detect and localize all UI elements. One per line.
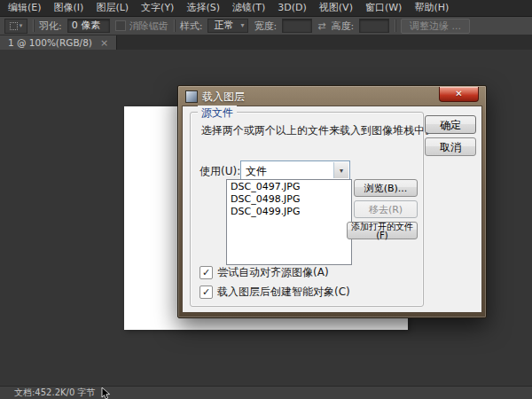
group-title: 源文件 — [198, 106, 237, 121]
antialias-label: 消除锯齿 — [129, 20, 168, 33]
close-icon: ✕ — [455, 90, 462, 98]
separator — [33, 20, 34, 32]
auto-align-checkbox-row[interactable]: ✓ 尝试自动对齐源图像(A) — [200, 265, 329, 280]
marquee-glyph-icon — [10, 22, 18, 30]
width-input[interactable] — [282, 19, 312, 33]
smart-object-checkbox-row[interactable]: ✓ 载入图层后创建智能对象(C) — [200, 285, 350, 300]
menu-item-edit[interactable]: 编辑(E) — [2, 0, 48, 16]
file-list-item[interactable]: DSC_0498.JPG — [227, 193, 351, 206]
options-bar: ▾ 羽化: 0 像素 消除锯齿 样式: 正常 ▾ 宽度: ⇄ 高度: 调整边缘 … — [0, 17, 532, 35]
height-input[interactable] — [359, 19, 389, 33]
menu-item-3d[interactable]: 3D(D) — [271, 0, 313, 16]
swap-dimensions-icon[interactable]: ⇄ — [317, 20, 325, 32]
dialog-title: 载入图层 — [202, 90, 245, 105]
antialias-checkbox: 消除锯齿 — [115, 20, 168, 33]
dialog-titlebar[interactable]: 载入图层 ✕ — [178, 86, 486, 106]
load-layers-dialog: 载入图层 ✕ 确定 取消 源文件 选择两个或两个以上的文件来载入到图像堆栈中。 … — [177, 85, 487, 318]
remove-button[interactable]: 移去(R) — [354, 200, 418, 218]
document-size-status: 文档:452.2K/0 字节 — [14, 387, 95, 399]
use-label: 使用(U): — [200, 164, 240, 179]
style-value: 正常 — [214, 20, 233, 32]
add-open-files-button[interactable]: 添加打开的文件(F) — [347, 222, 418, 239]
tab-strip: 1 @ 100%(RGB/8) × — [0, 35, 532, 50]
tool-preset-icon[interactable]: ▾ — [4, 19, 27, 34]
separator — [395, 20, 395, 32]
file-list[interactable]: DSC_0497.JPG DSC_0498.JPG DSC_0499.JPG — [226, 179, 352, 265]
menu-item-image[interactable]: 图像(I) — [48, 0, 90, 16]
use-dropdown-value: 文件 — [246, 164, 267, 179]
checkbox-icon — [115, 20, 126, 31]
dialog-icon — [185, 90, 198, 103]
feather-label: 羽化: — [39, 20, 62, 33]
style-dropdown[interactable]: 正常 ▾ — [207, 19, 248, 33]
source-files-group: 源文件 选择两个或两个以上的文件来载入到图像堆栈中。 使用(U): 文件 ▾ D… — [190, 112, 424, 307]
group-description: 选择两个或两个以上的文件来载入到图像堆栈中。 — [201, 123, 435, 138]
auto-align-checkbox[interactable]: ✓ — [200, 266, 213, 279]
menu-item-select[interactable]: 选择(S) — [180, 0, 226, 16]
tab-close-icon[interactable]: × — [100, 38, 108, 48]
style-label: 样式: — [180, 20, 203, 33]
auto-align-label: 尝试自动对齐源图像(A) — [217, 265, 329, 280]
menu-item-filter[interactable]: 滤镜(T) — [226, 0, 271, 16]
menu-item-type[interactable]: 文字(Y) — [135, 0, 180, 16]
width-label: 宽度: — [254, 20, 277, 33]
smart-object-checkbox[interactable]: ✓ — [200, 286, 213, 299]
dialog-body: 确定 取消 源文件 选择两个或两个以上的文件来载入到图像堆栈中。 使用(U): … — [182, 106, 482, 313]
file-list-item[interactable]: DSC_0497.JPG — [227, 181, 351, 193]
document-tab[interactable]: 1 @ 100%(RGB/8) × — [0, 35, 117, 50]
status-bar: 文档:452.2K/0 字节 — [0, 386, 532, 399]
menu-item-layer[interactable]: 图层(L) — [90, 0, 135, 16]
height-label: 高度: — [331, 20, 354, 33]
browse-button[interactable]: 浏览(B)... — [354, 179, 418, 197]
smart-object-label: 载入图层后创建智能对象(C) — [217, 285, 350, 300]
menu-bar: 编辑(E) 图像(I) 图层(L) 文字(Y) 选择(S) 滤镜(T) 3D(D… — [0, 0, 532, 17]
separator — [174, 20, 175, 32]
use-dropdown[interactable]: 文件 ▾ — [240, 160, 350, 180]
cancel-button[interactable]: 取消 — [425, 137, 476, 156]
photoshop-window: 编辑(E) 图像(I) 图层(L) 文字(Y) 选择(S) 滤镜(T) 3D(D… — [0, 0, 532, 399]
document-tab-label: 1 @ 100%(RGB/8) — [8, 37, 92, 48]
mouse-cursor-icon — [101, 387, 111, 399]
chevron-down-icon: ▾ — [240, 20, 244, 32]
dropdown-arrow-icon[interactable]: ▾ — [333, 162, 348, 178]
chevron-down-icon: ▾ — [20, 22, 23, 29]
menu-item-help[interactable]: 帮助(H) — [408, 0, 455, 16]
feather-input[interactable]: 0 像素 — [67, 19, 110, 33]
dialog-close-button[interactable]: ✕ — [439, 87, 479, 102]
refine-edge-button[interactable]: 调整边缘 ... — [401, 19, 470, 34]
menu-item-view[interactable]: 视图(V) — [313, 0, 359, 16]
file-list-item[interactable]: DSC_0499.JPG — [227, 206, 351, 218]
menu-item-window[interactable]: 窗口(W) — [359, 0, 408, 16]
